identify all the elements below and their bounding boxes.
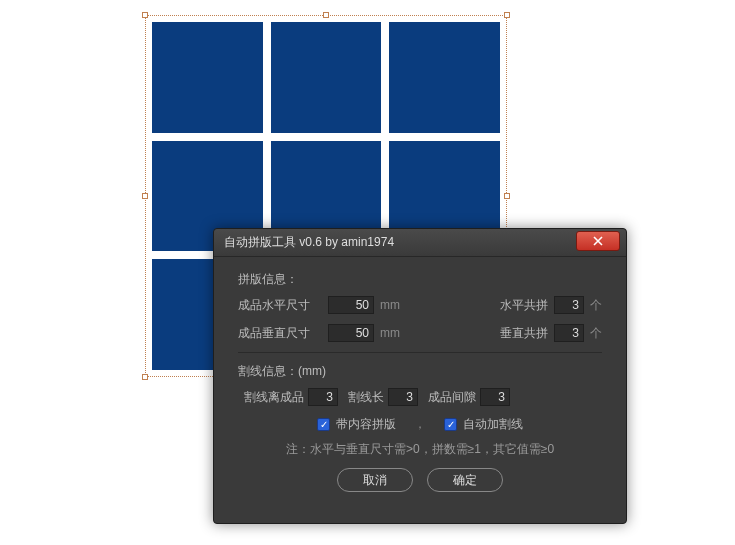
h-size-input[interactable] bbox=[328, 296, 374, 314]
ok-button[interactable]: 确定 bbox=[427, 468, 503, 492]
row-v-size: 成品垂直尺寸 mm 垂直共拼 个 bbox=[238, 324, 602, 342]
h-count-input[interactable] bbox=[554, 296, 584, 314]
h-count-unit: 个 bbox=[590, 297, 602, 314]
cut-len-input[interactable] bbox=[388, 388, 418, 406]
v-count-label: 垂直共拼 bbox=[500, 325, 548, 342]
v-count-input[interactable] bbox=[554, 324, 584, 342]
h-size-unit: mm bbox=[380, 298, 400, 312]
row-cut: 割线离成品 割线长 成品间隙 bbox=[238, 388, 602, 406]
button-row: 取消 确定 bbox=[238, 468, 602, 492]
h-size-label: 成品水平尺寸 bbox=[238, 297, 322, 314]
dialog-window: 自动拼版工具 v0.6 by amin1974 拼版信息： 成品水平尺寸 mm … bbox=[213, 228, 627, 524]
cut-offset-input[interactable] bbox=[308, 388, 338, 406]
titlebar[interactable]: 自动拼版工具 v0.6 by amin1974 bbox=[214, 229, 626, 257]
resize-handle-bl[interactable] bbox=[142, 374, 148, 380]
grid-cell bbox=[152, 22, 263, 133]
grid-cell bbox=[271, 22, 382, 133]
footnote: 注：水平与垂直尺寸需>0，拼数需≥1，其它值需≥0 bbox=[238, 441, 602, 458]
checkbox-auto-cut[interactable]: ✓ 自动加割线 bbox=[444, 416, 523, 433]
v-size-label: 成品垂直尺寸 bbox=[238, 325, 322, 342]
resize-handle-tm[interactable] bbox=[323, 12, 329, 18]
divider bbox=[238, 352, 602, 353]
close-icon bbox=[592, 236, 604, 246]
gap-input[interactable] bbox=[480, 388, 510, 406]
checkbox-row: ✓ 带内容拼版 ， ✓ 自动加割线 bbox=[238, 416, 602, 433]
cancel-button[interactable]: 取消 bbox=[337, 468, 413, 492]
v-count-unit: 个 bbox=[590, 325, 602, 342]
checkbox-label: 自动加割线 bbox=[463, 416, 523, 433]
row-h-size: 成品水平尺寸 mm 水平共拼 个 bbox=[238, 296, 602, 314]
resize-handle-mr[interactable] bbox=[504, 193, 510, 199]
resize-handle-tl[interactable] bbox=[142, 12, 148, 18]
v-size-unit: mm bbox=[380, 326, 400, 340]
checkbox-with-content[interactable]: ✓ 带内容拼版 bbox=[317, 416, 396, 433]
h-count-label: 水平共拼 bbox=[500, 297, 548, 314]
gap-label: 成品间隙 bbox=[428, 389, 476, 406]
cut-offset-label: 割线离成品 bbox=[244, 389, 304, 406]
checkbox-label: 带内容拼版 bbox=[336, 416, 396, 433]
resize-handle-tr[interactable] bbox=[504, 12, 510, 18]
dialog-body: 拼版信息： 成品水平尺寸 mm 水平共拼 个 成品垂直尺寸 mm 垂直共拼 个 … bbox=[214, 257, 626, 502]
cut-len-label: 割线长 bbox=[348, 389, 384, 406]
separator-dot: ， bbox=[414, 416, 426, 433]
close-button[interactable] bbox=[576, 231, 620, 251]
checkbox-icon: ✓ bbox=[317, 418, 330, 431]
dialog-title: 自动拼版工具 v0.6 by amin1974 bbox=[224, 234, 394, 251]
grid-cell bbox=[389, 22, 500, 133]
checkbox-icon: ✓ bbox=[444, 418, 457, 431]
v-size-input[interactable] bbox=[328, 324, 374, 342]
resize-handle-ml[interactable] bbox=[142, 193, 148, 199]
section-label-layout: 拼版信息： bbox=[238, 271, 602, 288]
section-label-cut: 割线信息：(mm) bbox=[238, 363, 602, 380]
